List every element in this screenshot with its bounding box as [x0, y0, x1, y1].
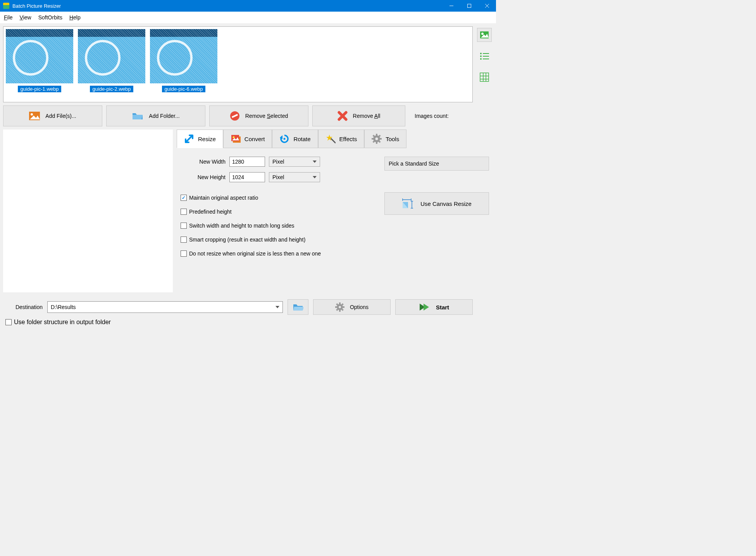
thumbnail-label: guide-pic-6.webp [162, 86, 205, 92]
checkbox-icon [181, 250, 187, 257]
canvas-icon [402, 198, 413, 209]
images-count-label: Images count: [415, 113, 449, 119]
menubar: File View SoftOrbits Help [0, 12, 496, 23]
gear-icon [335, 302, 344, 312]
menu-help[interactable]: Help [69, 14, 81, 21]
use-folder-structure-checkbox[interactable]: Use folder structure in output folder [5, 319, 493, 326]
remove-all-button[interactable]: Remove All [312, 105, 405, 126]
checkbox-icon [5, 319, 12, 325]
menu-view[interactable]: View [20, 14, 31, 21]
svg-point-28 [284, 138, 286, 140]
thumbnail-item[interactable]: guide-pic-1.webp [6, 29, 73, 92]
tab-effects[interactable]: Effects [318, 130, 365, 148]
browse-folder-button[interactable] [288, 299, 308, 315]
svg-rect-54 [343, 306, 344, 308]
svg-rect-36 [380, 138, 382, 140]
svg-point-5 [481, 33, 484, 35]
thumbnail-panel[interactable]: guide-pic-1.webp guide-pic-2.webp guide-… [3, 26, 473, 102]
new-width-input[interactable] [229, 157, 265, 167]
play-icon [419, 303, 431, 311]
thumbnail-label: guide-pic-2.webp [90, 86, 133, 92]
chevron-down-icon [276, 306, 279, 308]
svg-point-9 [480, 55, 482, 57]
switch-width-height-checkbox[interactable]: Switch width and height to match long si… [181, 223, 321, 229]
options-button[interactable]: Options [313, 299, 391, 315]
tab-convert[interactable]: Convert [223, 130, 272, 148]
preview-panel [3, 130, 173, 292]
remove-icon [230, 111, 240, 121]
titlebar: Batch Picture Resizer [0, 0, 496, 12]
maximize-button[interactable] [460, 0, 478, 12]
checkbox-icon [181, 195, 187, 201]
pick-standard-size-dropdown[interactable]: Pick a Standard Size [384, 157, 489, 171]
add-files-label: Add File(s)... [45, 113, 76, 119]
tab-resize[interactable]: Resize [177, 130, 223, 148]
svg-rect-13 [480, 73, 489, 81]
svg-rect-1 [468, 4, 471, 8]
close-button[interactable] [478, 0, 496, 12]
add-folder-button[interactable]: Add Folder... [106, 105, 205, 126]
svg-rect-34 [376, 142, 377, 144]
folder-icon [132, 112, 143, 120]
resize-icon [184, 134, 194, 144]
thumbnail-item[interactable]: guide-pic-2.webp [78, 29, 145, 92]
tabbar: Resize Convert Rotate Effects Tools [177, 130, 493, 148]
view-list-button[interactable] [479, 52, 489, 62]
menu-softorbits[interactable]: SoftOrbits [38, 14, 62, 21]
rotate-icon [279, 134, 289, 144]
add-files-button[interactable]: Add File(s)... [3, 105, 102, 126]
thumbnail-image [150, 29, 217, 83]
svg-rect-35 [372, 138, 374, 140]
chevron-down-icon [313, 176, 317, 178]
chevron-down-icon [313, 161, 317, 163]
thumbnail-image [78, 29, 145, 83]
thumbnail-label: guide-pic-1.webp [18, 86, 61, 92]
svg-rect-52 [339, 310, 341, 312]
minimize-button[interactable] [443, 0, 460, 12]
svg-point-50 [339, 306, 341, 308]
svg-line-30 [331, 138, 336, 143]
svg-rect-51 [339, 302, 341, 304]
svg-rect-12 [483, 59, 489, 59]
start-button[interactable]: Start [395, 299, 473, 315]
checkbox-icon [181, 237, 187, 243]
destination-combo[interactable]: D:\Results [47, 301, 283, 313]
svg-marker-60 [424, 304, 429, 311]
add-folder-label: Add Folder... [149, 113, 179, 119]
thumbnail-item[interactable]: guide-pic-6.webp [150, 29, 217, 92]
svg-point-25 [232, 136, 234, 138]
svg-rect-10 [483, 56, 489, 57]
new-height-input[interactable] [229, 172, 265, 182]
use-canvas-resize-button[interactable]: Use Canvas Resize [384, 192, 489, 215]
remove-selected-button[interactable]: Remove Selected [209, 105, 308, 126]
delete-icon [338, 111, 348, 121]
svg-point-19 [31, 113, 33, 116]
svg-point-11 [480, 58, 482, 60]
view-details-button[interactable] [479, 72, 489, 84]
file-toolbar: Add File(s)... Add Folder... Remove Sele… [0, 102, 496, 130]
view-mode-bar [476, 26, 493, 102]
convert-icon [231, 134, 241, 144]
thumbnail-image [6, 29, 73, 83]
effects-icon [325, 134, 336, 144]
tab-tools[interactable]: Tools [364, 130, 406, 148]
svg-point-32 [375, 138, 378, 140]
destination-label: Destination [3, 304, 43, 310]
svg-rect-8 [483, 53, 489, 54]
menu-file[interactable]: File [4, 14, 13, 21]
predefined-height-checkbox[interactable]: Predefined height [181, 209, 321, 215]
image-icon [29, 112, 40, 120]
gear-icon [372, 134, 382, 144]
maintain-aspect-checkbox[interactable]: Maintain original aspect ratio [181, 195, 321, 201]
folder-open-icon [293, 303, 303, 311]
height-unit-select[interactable]: Pixel [269, 172, 320, 182]
app-icon [3, 3, 9, 9]
tab-rotate[interactable]: Rotate [272, 130, 318, 148]
view-large-icons-button[interactable] [477, 28, 492, 42]
no-enlarge-checkbox[interactable]: Do not resize when original size is less… [181, 250, 321, 257]
new-width-label: New Width [181, 159, 226, 165]
checkbox-icon [181, 209, 187, 215]
smart-cropping-checkbox[interactable]: Smart cropping (result in exact width an… [181, 237, 321, 243]
width-unit-select[interactable]: Pixel [269, 157, 320, 167]
resize-tab-body: New Width Pixel New Height Pixel Maintai… [177, 148, 493, 261]
